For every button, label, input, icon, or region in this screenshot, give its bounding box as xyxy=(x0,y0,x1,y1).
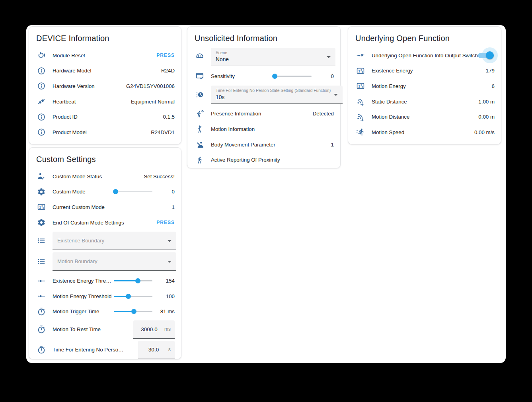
info-icon xyxy=(37,82,46,90)
underlying-switch-row: Underlying Open Function Info Output Swi… xyxy=(354,48,496,63)
scene-select-label: Scene xyxy=(216,50,323,55)
hardware-version-value: G24VD1SYV001006 xyxy=(126,83,175,89)
sensitivity-slider[interactable] xyxy=(273,73,312,79)
time-entering-no-person-unit: s xyxy=(168,347,171,352)
product-id-label: Product ID xyxy=(53,114,163,120)
plug-icon xyxy=(37,97,46,106)
custom-card-title: Custom Settings xyxy=(36,155,176,164)
hardware-model-label: Hardware Model xyxy=(53,68,161,74)
current-custom-mode-label: Current Custom Mode xyxy=(53,204,172,210)
motion-threshold-label: Motion Energy Threshold xyxy=(53,293,114,299)
product-model-value: R24DVD1 xyxy=(151,129,175,135)
person-check-icon xyxy=(37,172,46,181)
timer-icon xyxy=(37,325,46,334)
existence-boundary-select-row: Existence Boundary xyxy=(35,232,176,250)
motion-threshold-slider-thumb[interactable] xyxy=(126,294,131,299)
underlying-switch-toggle[interactable] xyxy=(478,51,493,59)
end-custom-mode-press-button[interactable]: PRESS xyxy=(156,220,175,225)
custom-mode-slider[interactable] xyxy=(114,189,152,195)
body-movement-icon xyxy=(195,140,204,149)
presence-information-row: Presence Information Detected xyxy=(193,106,335,122)
svg-text:1: 1 xyxy=(39,206,41,209)
module-reset-press-button[interactable]: PRESS xyxy=(156,53,175,58)
existence-energy-label: Existence Energy xyxy=(372,68,486,74)
existence-energy-value: 179 xyxy=(486,68,495,74)
current-custom-mode-row: 123 Current Custom Mode 1 xyxy=(35,199,176,215)
chevron-down-icon xyxy=(168,261,171,263)
chevron-down-icon xyxy=(168,240,171,242)
custom-mode-slider-thumb[interactable] xyxy=(113,189,118,194)
motion-trigger-time-label: Motion Trigger Time xyxy=(53,308,114,314)
time-setting-select[interactable]: Time For Entering No Person State Settin… xyxy=(211,86,343,104)
body-movement-row: Body Movement Parameter 1 xyxy=(193,137,335,152)
time-setting-select-label: Time For Entering No Person State Settin… xyxy=(216,88,331,93)
body-movement-label: Body Movement Parameter xyxy=(211,142,331,148)
existence-boundary-label: Existence Boundary xyxy=(57,234,164,248)
custom-mode-status-value: Set Success! xyxy=(144,174,175,180)
end-custom-mode-row: End Of Custom Mode Settings PRESS xyxy=(35,215,176,230)
running-speed-icon xyxy=(356,128,365,137)
numeric-pin-icon: 123 xyxy=(37,203,46,211)
device-row-hardware-version: Hardware Version G24VD1SYV001006 xyxy=(35,78,176,94)
svg-text:3: 3 xyxy=(362,86,363,88)
product-model-label: Product Model xyxy=(53,129,151,135)
gear-icon xyxy=(37,218,46,227)
underlying-switch-label: Underlying Open Function Info Output Swi… xyxy=(372,53,478,59)
scene-select-value: None xyxy=(216,57,323,62)
motion-threshold-slider[interactable] xyxy=(114,293,152,299)
device-row-product-id: Product ID 0.1.5 xyxy=(35,109,176,125)
motion-trigger-time-slider-thumb[interactable] xyxy=(131,309,136,314)
existence-threshold-row: Existence Energy Threshold 154 xyxy=(35,273,176,289)
existence-threshold-slider[interactable] xyxy=(114,278,152,284)
hardware-model-value: R24D xyxy=(161,68,175,74)
clock-dashed-icon xyxy=(195,90,204,99)
device-card-title: DEVICE Information xyxy=(36,34,176,43)
motion-boundary-select[interactable]: Motion Boundary xyxy=(53,252,176,271)
signal-distance-icon xyxy=(356,97,365,106)
motion-trigger-time-value: 81 ms xyxy=(155,308,175,314)
existence-boundary-select[interactable]: Existence Boundary xyxy=(53,232,176,250)
presence-information-value: Detected xyxy=(313,111,334,117)
waving-person-icon xyxy=(195,125,204,133)
gear-icon xyxy=(37,187,46,196)
numeric-pin-icon: 123 xyxy=(356,66,365,75)
motion-to-rest-row: Motion To Rest Time 3000.0 ms xyxy=(35,319,176,340)
info-icon xyxy=(37,66,46,75)
list-icon xyxy=(37,257,46,266)
info-icon xyxy=(37,113,46,121)
motion-boundary-label: Motion Boundary xyxy=(57,255,164,268)
motion-trigger-time-slider[interactable] xyxy=(114,309,152,314)
existence-threshold-slider-thumb[interactable] xyxy=(135,278,140,283)
timer-icon xyxy=(37,345,46,354)
existence-threshold-label: Existence Energy Threshold xyxy=(53,278,114,284)
presence-information-label: Presence Information xyxy=(211,111,313,117)
time-entering-no-person-input[interactable]: 30.0 s xyxy=(138,341,175,359)
walking-person-icon xyxy=(195,156,204,164)
sensitivity-slider-thumb[interactable] xyxy=(272,74,277,79)
scene-select[interactable]: Scene None xyxy=(211,48,335,66)
unsolicited-information-card: Unsolicited Information Scene None Sensi… xyxy=(187,26,341,168)
motion-to-rest-input[interactable]: 3000.0 ms xyxy=(133,320,175,339)
motion-speed-value: 0.00 m/s xyxy=(474,129,495,135)
motion-to-rest-unit: ms xyxy=(164,326,171,332)
scene-select-row: Scene None xyxy=(193,48,335,66)
switch-icon xyxy=(356,51,365,60)
motion-threshold-value: 100 xyxy=(155,293,175,299)
underlying-open-function-card: Underlying Open Function Underlying Open… xyxy=(348,26,501,144)
motion-energy-value: 6 xyxy=(492,83,495,89)
custom-mode-status-row: Custom Mode Status Set Success! xyxy=(35,169,176,184)
motion-energy-label: Motion Energy xyxy=(372,83,492,89)
threshold-icon xyxy=(37,277,46,285)
time-entering-no-person-input-value: 30.0 xyxy=(142,347,165,353)
current-custom-mode-value: 1 xyxy=(172,204,175,210)
hardware-version-label: Hardware Version xyxy=(53,83,126,89)
time-setting-select-row: Time For Entering No Person State Settin… xyxy=(193,86,335,104)
module-reset-label: Module Reset xyxy=(53,53,156,59)
time-entering-no-person-label: Time For Entering No Perso… xyxy=(53,347,138,353)
motion-boundary-select-row: Motion Boundary xyxy=(35,252,176,271)
product-id-value: 0.1.5 xyxy=(163,114,175,120)
custom-settings-card: Custom Settings Custom Mode Status Set S… xyxy=(29,147,181,359)
device-information-card: DEVICE Information Module Reset PRESS Ha… xyxy=(29,26,181,144)
static-distance-label: Static Distance xyxy=(372,99,478,105)
timer-icon xyxy=(37,307,46,316)
